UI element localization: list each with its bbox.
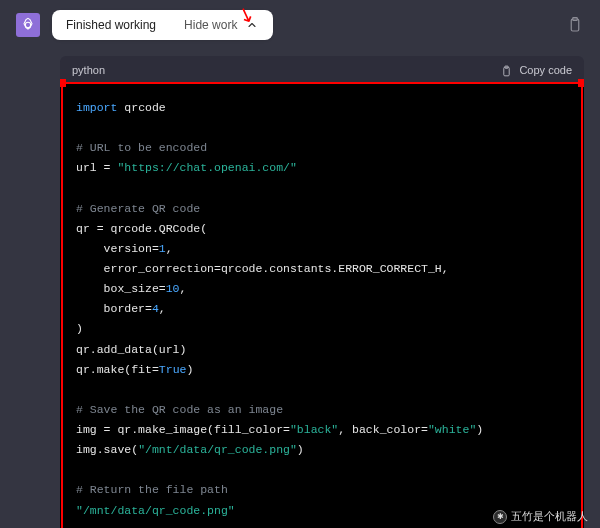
code-token: version= <box>76 242 159 255</box>
openai-icon <box>20 17 36 33</box>
copy-code-button[interactable]: Copy code <box>500 64 572 77</box>
code-token: qr.add_data(url) <box>76 343 186 356</box>
code-token: "black" <box>290 423 338 436</box>
code-block: python Copy code import qrcode # URL to … <box>60 56 584 528</box>
code-token: img = qr.make_image(fill_color= <box>76 423 290 436</box>
code-token: , <box>159 302 166 315</box>
clipboard-icon <box>500 64 513 77</box>
code-body[interactable]: import qrcode # URL to be encoded url = … <box>60 84 584 528</box>
top-bar: Finished working Hide work <box>0 0 600 48</box>
watermark-text: 五竹是个机器人 <box>511 509 588 524</box>
code-token: qr = qrcode.QRCode( <box>76 222 207 235</box>
watermark: ✱ 五竹是个机器人 <box>493 509 588 524</box>
code-token: 1 <box>159 242 166 255</box>
code-token: qrcode <box>117 101 165 114</box>
code-token: error_correction=qrcode.constants.ERROR_… <box>76 262 449 275</box>
code-token: "https://chat.openai.com/" <box>117 161 296 174</box>
code-token: "/mnt/data/qr_code.png" <box>76 504 235 517</box>
code-token: border= <box>76 302 152 315</box>
annotation-corner <box>60 79 66 87</box>
code-token: "white" <box>428 423 476 436</box>
copy-code-label: Copy code <box>519 64 572 76</box>
code-token: ) <box>297 443 304 456</box>
code-token: qr.make(fit= <box>76 363 159 376</box>
code-token: ) <box>186 363 193 376</box>
code-header: python Copy code <box>60 56 584 84</box>
code-token: import <box>76 101 117 114</box>
code-token: img.save( <box>76 443 138 456</box>
code-token: "/mnt/data/qr_code.png" <box>138 443 297 456</box>
code-token: 4 <box>152 302 159 315</box>
language-label: python <box>72 64 105 76</box>
hide-work-label: Hide work <box>184 18 237 32</box>
wechat-icon: ✱ <box>493 510 507 524</box>
code-token: , <box>180 282 187 295</box>
clipboard-icon[interactable] <box>566 16 584 34</box>
code-token: ) <box>76 322 83 335</box>
code-token: ) <box>476 423 483 436</box>
code-token: True <box>159 363 187 376</box>
annotation-corner <box>578 79 584 87</box>
code-token: # URL to be encoded <box>76 141 207 154</box>
avatar <box>16 13 40 37</box>
code-token: # Generate QR code <box>76 202 200 215</box>
svg-point-0 <box>25 22 30 27</box>
code-token: 10 <box>166 282 180 295</box>
code-token: box_size= <box>76 282 166 295</box>
code-token: url = <box>76 161 117 174</box>
code-token: , <box>166 242 173 255</box>
code-token: , back_color= <box>338 423 428 436</box>
code-token: # Return the file path <box>76 483 228 496</box>
code-token: # Save the QR code as an image <box>76 403 283 416</box>
status-label: Finished working <box>66 18 156 32</box>
